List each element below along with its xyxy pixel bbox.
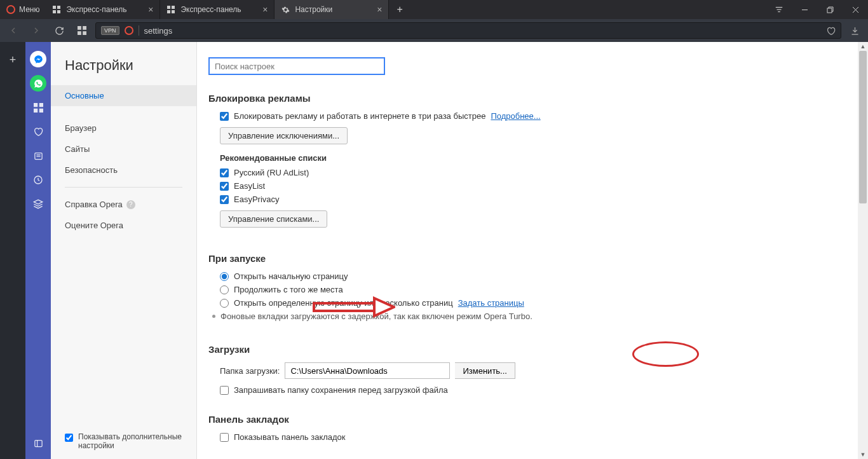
scrollbar[interactable]: ▲ ▼	[858, 42, 868, 459]
tab-speeddial-1[interactable]: Экспресс-панель ×	[46, 0, 160, 19]
startup-continue-radio[interactable]	[220, 285, 229, 294]
close-button[interactable]	[843, 0, 868, 19]
section-adblock: Блокировка рекламы Блокировать рекламу и…	[208, 93, 857, 228]
svg-rect-7	[172, 10, 175, 13]
manage-lists-button[interactable]: Управление списками...	[220, 210, 327, 228]
tab-label: Экспресс-панель	[180, 5, 241, 14]
settings-sidebar: Настройки Основные Браузер Сайты Безопас…	[51, 42, 197, 459]
svg-rect-17	[78, 31, 81, 35]
settings-nav: Основные Браузер Сайты Безопасность Спра…	[51, 85, 196, 236]
svg-rect-4	[167, 6, 170, 9]
speeddial-icon	[166, 5, 175, 14]
ask-folder-label: Запрашивать папку сохранения перед загру…	[234, 385, 448, 395]
adblock-more-link[interactable]: Подробнее...	[491, 111, 540, 121]
sidebar-toggle-icon[interactable]	[30, 435, 46, 451]
divider	[65, 187, 182, 188]
tabs: Экспресс-панель × Экспресс-панель × Наст…	[46, 0, 389, 19]
speeddial-button[interactable]	[72, 21, 92, 40]
recommended-lists-label: Рекомендованные списки	[220, 153, 857, 163]
show-advanced-checkbox[interactable]	[65, 434, 73, 442]
minimize-button[interactable]	[792, 0, 817, 19]
messenger-icon[interactable]	[30, 51, 46, 67]
tab-speeddial-2[interactable]: Экспресс-панель ×	[160, 0, 275, 19]
svg-rect-3	[57, 10, 60, 13]
opera-logo-icon	[6, 5, 15, 14]
scroll-down-icon[interactable]: ▼	[858, 450, 868, 459]
svg-rect-16	[83, 26, 86, 30]
close-icon[interactable]: ×	[377, 4, 382, 15]
whatsapp-icon[interactable]	[30, 75, 46, 92]
nav-item-rate[interactable]: Оцените Opera	[51, 215, 196, 236]
forward-button[interactable]	[27, 21, 46, 40]
vpn-badge[interactable]: VPN	[101, 26, 119, 35]
scrollbar-thumb[interactable]	[859, 51, 867, 203]
svg-rect-1	[57, 6, 60, 9]
startup-home-radio[interactable]	[220, 272, 229, 281]
nav-item-sites[interactable]: Сайты	[51, 139, 196, 160]
ask-folder-checkbox[interactable]	[220, 386, 229, 395]
close-icon[interactable]: ×	[262, 4, 268, 15]
reload-button[interactable]	[50, 21, 69, 40]
back-button[interactable]	[4, 21, 23, 40]
url-box[interactable]: VPN settings	[95, 22, 841, 39]
list-easyprivacy-checkbox[interactable]	[220, 195, 229, 204]
show-advanced-footer: Показывать дополнительные настройки	[51, 423, 196, 459]
adblock-enable-label: Блокировать рекламу и работать в интерне…	[234, 111, 485, 121]
search-input[interactable]	[208, 57, 385, 75]
list-easyprivacy-label: EasyPrivacy	[234, 195, 280, 204]
svg-rect-20	[39, 103, 43, 107]
list-easylist-checkbox[interactable]	[220, 182, 229, 191]
set-pages-link[interactable]: Задать страницы	[458, 298, 524, 308]
section-downloads: Загрузки Папка загрузки: Изменить... Зап…	[208, 344, 857, 395]
maximize-button[interactable]	[817, 0, 843, 19]
extensions-sidebar-icon[interactable]	[30, 196, 46, 212]
addressbar: VPN settings	[0, 19, 868, 42]
adblock-enable-checkbox[interactable]	[220, 112, 229, 121]
startup-pages-radio[interactable]	[220, 299, 229, 308]
scroll-up-icon[interactable]: ▲	[858, 42, 868, 51]
section-title: При запуске	[208, 253, 857, 264]
tab-label: Настройки	[295, 5, 332, 14]
list-easylist-label: EasyList	[234, 181, 265, 191]
window-controls	[766, 0, 868, 19]
content: ▲ ▼ Блокировка рекламы Блокировать рекла…	[197, 42, 868, 459]
blue-sidebar	[25, 42, 51, 459]
easy-setup-icon[interactable]	[766, 0, 792, 19]
bookmark-heart-icon[interactable]	[826, 26, 836, 36]
list-ru-checkbox[interactable]	[220, 168, 229, 177]
news-sidebar-icon[interactable]	[30, 147, 46, 164]
settings-title: Настройки	[51, 57, 196, 85]
show-bookmarks-bar-checkbox[interactable]	[220, 433, 229, 442]
help-icon: ?	[126, 200, 135, 209]
dark-sidebar: +	[0, 42, 25, 459]
change-folder-button[interactable]: Изменить...	[455, 362, 515, 379]
section-bookmarks-bar: Панель закладок Показывать панель заклад…	[208, 414, 857, 442]
nav-item-basic[interactable]: Основные	[51, 85, 196, 106]
startup-continue-label: Продолжить с того же места	[234, 285, 343, 294]
svg-rect-22	[39, 108, 43, 112]
section-title: Панель закладок	[208, 414, 857, 425]
history-sidebar-icon[interactable]	[30, 172, 46, 188]
downloads-button[interactable]	[845, 26, 864, 36]
svg-rect-12	[827, 8, 832, 13]
tab-settings[interactable]: Настройки ×	[275, 0, 389, 19]
titlebar: Меню Экспресс-панель × Экспресс-панель ×…	[0, 0, 868, 19]
add-workspace-button[interactable]: +	[0, 48, 25, 71]
svg-rect-2	[53, 10, 56, 13]
manage-exceptions-button[interactable]: Управление исключениями...	[220, 127, 348, 144]
nav-item-help[interactable]: Справка Opera ?	[51, 194, 196, 215]
close-icon[interactable]: ×	[148, 4, 153, 15]
menu-button[interactable]: Меню	[0, 0, 46, 19]
bookmarks-sidebar-icon[interactable]	[30, 123, 46, 140]
svg-rect-15	[78, 26, 81, 30]
download-folder-input[interactable]	[285, 362, 450, 379]
list-ru-label: Русский (RU AdList)	[234, 168, 309, 177]
speeddial-sidebar-icon[interactable]	[30, 99, 46, 116]
nav-item-browser[interactable]: Браузер	[51, 118, 196, 139]
svg-rect-5	[172, 6, 175, 9]
nav-item-security[interactable]: Безопасность	[51, 160, 196, 181]
show-bookmarks-bar-label: Показывать панель закладок	[234, 432, 346, 442]
new-tab-button[interactable]: +	[389, 4, 410, 15]
svg-rect-18	[83, 31, 86, 35]
section-title: Блокировка рекламы	[208, 93, 857, 104]
